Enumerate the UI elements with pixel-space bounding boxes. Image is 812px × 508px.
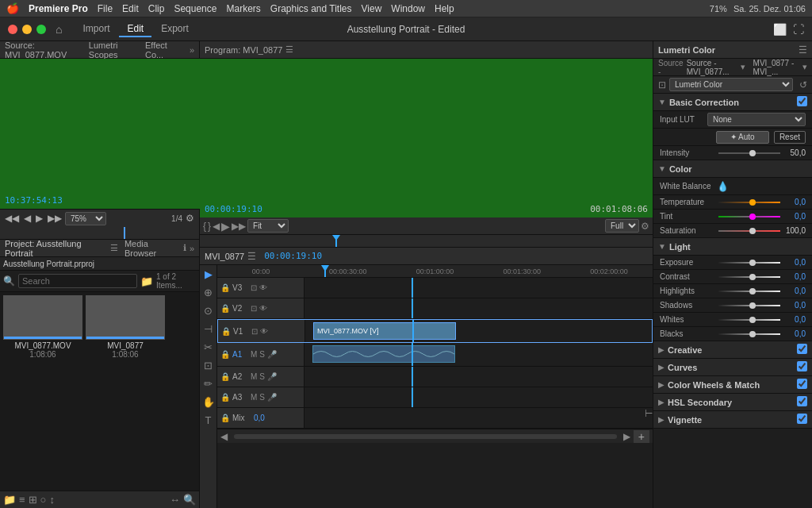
- project-menu-icon[interactable]: ☰: [110, 243, 118, 253]
- scroll-left-icon[interactable]: ◀: [220, 431, 228, 442]
- scroll-right-icon[interactable]: ▶: [623, 431, 630, 442]
- maximize-button[interactable]: [36, 25, 46, 34]
- track-a3-solo-icon[interactable]: S: [259, 393, 265, 402]
- menu-edit[interactable]: Edit: [122, 3, 139, 14]
- creative-checkbox[interactable]: [797, 344, 807, 356]
- mark-in-icon[interactable]: {: [203, 221, 206, 232]
- track-v1-toggle-icon[interactable]: ⊡: [251, 327, 258, 336]
- step-forward-icon[interactable]: ▶▶: [232, 221, 246, 232]
- autoscroll-icon[interactable]: ↔: [170, 494, 180, 506]
- track-v2-area[interactable]: [304, 298, 653, 318]
- contrast-value[interactable]: 0,0: [783, 272, 806, 281]
- menu-clip[interactable]: Clip: [148, 3, 165, 14]
- folder-icon[interactable]: 📁: [140, 275, 153, 287]
- timeline-menu-icon[interactable]: ☰: [247, 251, 256, 262]
- track-lock-a1-icon[interactable]: 🔒: [220, 350, 230, 359]
- add-track-button[interactable]: +: [634, 430, 649, 443]
- contrast-slider[interactable]: [718, 276, 780, 278]
- color-section[interactable]: ▼ Color: [653, 160, 812, 178]
- play-icon[interactable]: ▶: [34, 213, 44, 224]
- lumetri-menu-icon[interactable]: ☰: [799, 44, 807, 56]
- time-ruler[interactable]: 00:00 00:00:30:00 00:01:00:00 00:01:30:0…: [217, 265, 653, 278]
- forward-icon[interactable]: ⊕: [204, 287, 213, 298]
- creative-section[interactable]: ▶ Creative: [653, 341, 812, 359]
- share-icon[interactable]: ⬜: [773, 23, 787, 36]
- exposure-slider[interactable]: [718, 262, 780, 264]
- track-a1-mute-icon[interactable]: M: [251, 350, 257, 359]
- timeline-sequence-name[interactable]: MVI_0877: [205, 252, 244, 261]
- tab-import[interactable]: Import: [75, 21, 117, 37]
- settings-icon[interactable]: ⚙: [184, 213, 196, 224]
- menu-file[interactable]: File: [98, 3, 113, 14]
- list-item[interactable]: MVI_0877.MOV 1:08:06: [3, 295, 82, 359]
- track-a2-area[interactable]: [304, 367, 653, 387]
- step-back-icon[interactable]: ◀: [213, 221, 220, 232]
- hand-tool[interactable]: ✋: [202, 396, 215, 408]
- free-icon[interactable]: ○: [40, 494, 47, 506]
- track-a1-area[interactable]: [304, 343, 653, 366]
- project-search[interactable]: [18, 274, 137, 288]
- track-visibility-icon[interactable]: 👁: [259, 283, 267, 292]
- fit-select[interactable]: Fit 25% 50% 75% 100%: [247, 219, 289, 233]
- menu-window[interactable]: Window: [391, 3, 425, 14]
- track-a1-mic-icon[interactable]: 🎤: [267, 350, 277, 359]
- list-view-icon[interactable]: ≡: [19, 494, 25, 506]
- whites-value[interactable]: 0,0: [783, 315, 806, 324]
- timeline-scrollbar[interactable]: [234, 434, 617, 439]
- track-a3-mute-icon[interactable]: M: [251, 393, 257, 402]
- track-a2-mic-icon[interactable]: 🎤: [267, 372, 277, 381]
- source-dropdown-icon[interactable]: ▾: [741, 62, 745, 72]
- timeline-timecode[interactable]: 00:00:19:10: [264, 251, 322, 261]
- razor-tool[interactable]: ✂: [204, 341, 213, 353]
- track-a3-mic-icon[interactable]: 🎤: [267, 393, 277, 402]
- basic-correction-checkbox[interactable]: [797, 96, 807, 108]
- lumetri-scopes-tab[interactable]: Lumetri Scopes: [86, 40, 139, 60]
- track-a1-solo-icon[interactable]: S: [259, 350, 265, 359]
- search-icon[interactable]: 🔍: [183, 494, 196, 506]
- curves-checkbox[interactable]: [797, 361, 807, 373]
- track-lock-a3-icon[interactable]: 🔒: [220, 393, 230, 402]
- project-search-input[interactable]: [22, 276, 133, 286]
- play-stop-icon[interactable]: ▶: [221, 220, 230, 233]
- icon-view-btn[interactable]: ⊞: [29, 494, 37, 506]
- expand-icon[interactable]: »: [190, 45, 194, 55]
- track-mix-area[interactable]: ⊢: [304, 408, 653, 428]
- window-controls[interactable]: [8, 25, 46, 34]
- menu-help[interactable]: Help: [435, 3, 454, 14]
- temperature-slider[interactable]: [718, 202, 780, 203]
- track-lock-v1-icon[interactable]: 🔒: [221, 327, 231, 336]
- tint-value[interactable]: 0,0: [783, 212, 806, 221]
- vignette-checkbox[interactable]: [797, 414, 807, 425]
- blacks-value[interactable]: 0,0: [783, 329, 806, 338]
- step-forward-icon[interactable]: ▶▶: [46, 213, 63, 224]
- track-v3-area[interactable]: [304, 278, 653, 298]
- new-bin-icon[interactable]: 📁: [3, 494, 16, 506]
- track-a2-solo-icon[interactable]: S: [259, 372, 265, 381]
- source-title[interactable]: Source: MVI_0877.MOV: [5, 40, 81, 60]
- program-menu-icon[interactable]: ☰: [285, 44, 293, 55]
- reset-lumetri-icon[interactable]: ↺: [799, 79, 807, 90]
- whites-slider[interactable]: [718, 319, 780, 321]
- mark-out-icon[interactable]: }: [208, 221, 211, 232]
- curves-section[interactable]: ▶ Curves: [653, 359, 812, 376]
- track-toggle-icon[interactable]: ⊡: [251, 283, 257, 292]
- settings-icon[interactable]: ⚙: [641, 221, 649, 232]
- media-browser-tab[interactable]: Media Browser: [124, 239, 180, 258]
- highlights-value[interactable]: 0,0: [783, 287, 806, 295]
- tab-edit[interactable]: Edit: [119, 21, 151, 37]
- program-timeline-bar[interactable]: [200, 235, 653, 248]
- menu-sequence[interactable]: Sequence: [174, 3, 216, 14]
- step-back-icon[interactable]: ◀: [22, 213, 33, 224]
- saturation-value[interactable]: 100,0: [783, 226, 806, 235]
- fullscreen-icon[interactable]: ⛶: [793, 23, 804, 36]
- effect-controls-tab[interactable]: Effect Co...: [142, 40, 182, 60]
- close-button[interactable]: [8, 25, 17, 34]
- audio-clip[interactable]: [312, 345, 455, 363]
- light-section[interactable]: ▼ Light: [653, 238, 812, 256]
- slip-tool[interactable]: ⊡: [204, 360, 213, 371]
- list-item[interactable]: MVI_0877 1:08:06: [86, 295, 165, 359]
- menu-view[interactable]: View: [362, 3, 382, 14]
- highlights-slider[interactable]: [718, 291, 780, 292]
- colorwheels-checkbox[interactable]: [797, 379, 807, 391]
- track-lock-a2-icon[interactable]: 🔒: [220, 372, 230, 381]
